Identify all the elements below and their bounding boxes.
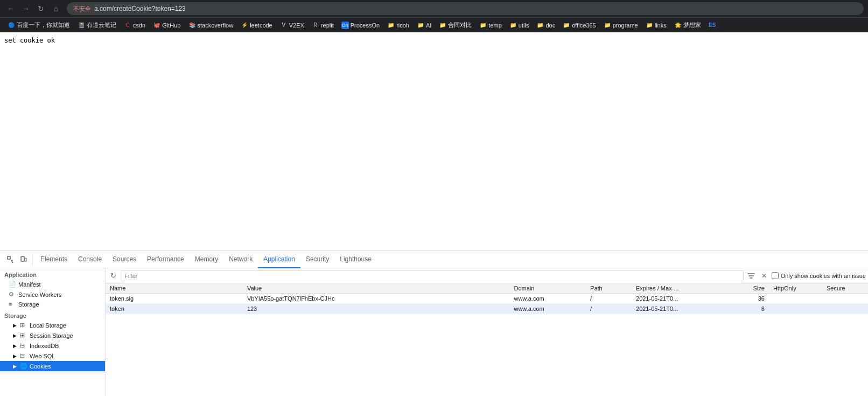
svg-rect-1 — [21, 256, 24, 261]
sidebar-item-cookies[interactable]: ▶ 🌐 Cookies — [0, 361, 105, 371]
filter-input[interactable] — [121, 270, 744, 281]
cookies-arrow: ▶ — [13, 364, 17, 369]
reload-button[interactable]: ↻ — [34, 2, 47, 15]
tab-network[interactable]: Network — [223, 251, 258, 268]
forward-button[interactable]: → — [19, 2, 32, 15]
bookmark-icon-replit: R — [312, 22, 319, 29]
local-storage-label: Local Storage — [30, 322, 66, 329]
session-storage-icon: ⊞ — [20, 332, 27, 339]
devtools-body: Application 📄 Manifest ⚙ Service Workers… — [0, 268, 868, 396]
cell-httponly — [769, 304, 822, 314]
cell-expires: 2021-05-21T0... — [632, 294, 723, 304]
bookmark-stackoverflow[interactable]: 📚 stackoverflow — [185, 20, 237, 30]
bookmark-programe[interactable]: 📁 programe — [600, 20, 641, 30]
filter-clear-button[interactable]: ✕ — [759, 270, 769, 281]
tab-application[interactable]: Application — [258, 251, 300, 268]
col-header-value: Value — [243, 283, 510, 294]
storage-label: Storage — [18, 301, 39, 308]
bookmark-icon-mengxiangjia: 🌟 — [674, 22, 682, 29]
bookmark-youdao[interactable]: 📓 有道云笔记 — [74, 20, 120, 30]
svg-rect-2 — [25, 258, 26, 261]
table-header-row: Name Value Domain Path Expires / Max-...… — [106, 283, 868, 294]
bookmark-icon-processon: On — [341, 22, 349, 29]
bookmark-v2ex[interactable]: V V2EX — [277, 20, 307, 30]
cookie-table: Name Value Domain Path Expires / Max-...… — [106, 283, 868, 396]
filter-refresh-button[interactable]: ↻ — [108, 270, 118, 281]
only-show-cookies-checkbox[interactable] — [772, 272, 779, 279]
cell-secure — [822, 304, 868, 314]
bookmark-hetong[interactable]: 📁 合同对比 — [436, 20, 475, 30]
nav-buttons: ← → ↻ ⌂ — [4, 2, 62, 15]
tab-lighthouse[interactable]: Lighthouse — [334, 251, 377, 268]
bookmark-office365[interactable]: 📁 office365 — [559, 20, 599, 30]
inspect-element-button[interactable] — [4, 253, 17, 266]
bookmark-icon-es: ES — [709, 22, 716, 29]
sidebar-item-service-workers[interactable]: ⚙ Service Workers — [0, 289, 105, 300]
bookmark-icon-stackoverflow: 📚 — [188, 22, 196, 29]
bookmark-utils[interactable]: 📁 utils — [506, 20, 533, 30]
tab-elements[interactable]: Elements — [35, 251, 73, 268]
devtools-sidebar: Application 📄 Manifest ⚙ Service Workers… — [0, 268, 106, 396]
bookmark-ricoh[interactable]: 📁 ricoh — [384, 20, 412, 30]
cookies-label: Cookies — [30, 363, 51, 370]
bookmark-baidu[interactable]: 🔵 百度一下，你就知道 — [4, 20, 73, 30]
address-bar[interactable]: 不安全 a.com/createCookie?token=123 — [67, 2, 864, 15]
indexeddb-arrow: ▶ — [13, 343, 17, 349]
storage-icon: ≡ — [9, 301, 16, 308]
cell-name: token — [106, 304, 243, 314]
tab-security[interactable]: Security — [300, 251, 334, 268]
bookmark-mengxiangjia[interactable]: 🌟 梦想家 — [671, 20, 704, 30]
bookmark-github[interactable]: 🐙 GitHub — [150, 20, 184, 30]
storage-section-header: Storage — [0, 309, 105, 320]
bookmark-csdn[interactable]: C csdn — [121, 20, 149, 30]
cookies-data-table: Name Value Domain Path Expires / Max-...… — [106, 283, 868, 314]
tab-console[interactable]: Console — [73, 251, 107, 268]
bookmark-icon-programe: 📁 — [604, 22, 611, 29]
tab-memory[interactable]: Memory — [190, 251, 223, 268]
cookies-icon: 🌐 — [20, 363, 27, 370]
sidebar-item-storage[interactable]: ≡ Storage — [0, 300, 105, 309]
sidebar-item-web-sql[interactable]: ▶ ⊟ Web SQL — [0, 351, 105, 361]
sidebar-item-manifest[interactable]: 📄 Manifest — [0, 279, 105, 289]
col-header-path: Path — [586, 283, 632, 294]
session-storage-label: Session Storage — [30, 332, 73, 339]
filter-icon-button[interactable] — [746, 270, 757, 281]
indexeddb-label: IndexedDB — [30, 343, 59, 349]
only-show-cookies-label[interactable]: Only show cookies with an issue — [772, 272, 866, 279]
back-button[interactable]: ← — [4, 2, 17, 15]
bookmark-icon-csdn: C — [124, 22, 131, 29]
bookmark-es[interactable]: ES — [705, 20, 719, 30]
bookmark-temp[interactable]: 📁 temp — [476, 20, 505, 30]
web-sql-label: Web SQL — [30, 353, 55, 359]
bookmark-ai[interactable]: 📁 AI — [414, 20, 435, 30]
bookmark-processon[interactable]: On ProcessOn — [338, 20, 383, 30]
cell-value: VbYIA55o-gatTQN7lFhEbx-CJHc — [243, 294, 510, 304]
bookmark-doc[interactable]: 📁 doc — [533, 20, 558, 30]
bookmark-links[interactable]: 📁 links — [642, 20, 670, 30]
bookmark-leetcode[interactable]: ⚡ leetcode — [237, 20, 276, 30]
page-text: set cookie ok — [4, 37, 55, 44]
web-sql-icon: ⊟ — [20, 352, 27, 359]
sidebar-item-session-storage[interactable]: ▶ ⊞ Session Storage — [0, 330, 105, 341]
toolbar-divider — [32, 254, 33, 265]
bookmark-replit[interactable]: R replit — [309, 20, 337, 30]
table-row[interactable]: token 123 www.a.com / 2021-05-21T0... 8 — [106, 304, 868, 314]
browser-titlebar: ← → ↻ ⌂ 不安全 a.com/createCookie?token=123 — [0, 0, 868, 17]
local-storage-icon: ⊞ — [20, 322, 27, 329]
col-header-expires: Expires / Max-... — [632, 283, 723, 294]
url-text: a.com/createCookie?token=123 — [94, 5, 186, 12]
tab-performance[interactable]: Performance — [142, 251, 190, 268]
tab-sources[interactable]: Sources — [107, 251, 142, 268]
col-header-secure: Secure — [822, 283, 868, 294]
home-button[interactable]: ⌂ — [50, 2, 62, 15]
cell-size: 36 — [723, 294, 769, 304]
cell-name: token.sig — [106, 294, 243, 304]
bookmarks-bar: 🔵 百度一下，你就知道 📓 有道云笔记 C csdn 🐙 GitHub 📚 st… — [0, 17, 868, 32]
bookmark-icon-baidu: 🔵 — [8, 22, 15, 29]
sidebar-item-indexeddb[interactable]: ▶ ⊟ IndexedDB — [0, 341, 105, 351]
sidebar-item-local-storage[interactable]: ▶ ⊞ Local Storage — [0, 320, 105, 330]
local-storage-arrow: ▶ — [13, 323, 17, 328]
device-toggle-button[interactable] — [17, 253, 30, 266]
bookmark-icon-links: 📁 — [646, 22, 653, 29]
table-row[interactable]: token.sig VbYIA55o-gatTQN7lFhEbx-CJHc ww… — [106, 294, 868, 304]
